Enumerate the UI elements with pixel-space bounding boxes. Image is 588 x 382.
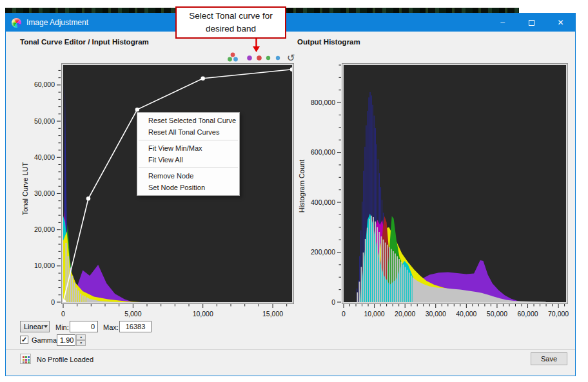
menu-item[interactable]: Fit View All — [137, 154, 239, 166]
callout: Select Tonal curve for desired band — [175, 6, 286, 39]
window-title: Image Adjustment — [26, 18, 88, 27]
curve-node[interactable] — [201, 77, 204, 81]
y-tick-label: 0 — [331, 298, 335, 306]
band-dot-icon[interactable] — [247, 55, 252, 61]
min-label: Min: — [55, 323, 69, 331]
app-icon — [12, 18, 21, 28]
x-tick-label: 70,000 — [548, 310, 569, 318]
maximize-button[interactable] — [517, 14, 546, 32]
close-button[interactable]: ✕ — [546, 14, 575, 32]
x-tick-label: 10,000 — [364, 310, 385, 318]
interpolation-value: Linear — [24, 323, 44, 330]
output-chart-ylabel: Histogram Count — [298, 160, 306, 213]
y-tick-label: 0 — [51, 298, 55, 306]
x-tick-label: 5,000 — [124, 310, 141, 318]
interpolation-dropdown[interactable]: Linear — [20, 321, 50, 332]
y-tick-label: 20,000 — [34, 225, 55, 233]
screen: Image Adjustment – ✕ Tonal Curve Editor … — [0, 0, 588, 382]
gamma-checkbox[interactable]: ✓ — [20, 336, 28, 344]
output-panel-title: Output Histogram — [297, 38, 360, 46]
all-bands-icon[interactable] — [231, 53, 235, 57]
save-button[interactable]: Save — [531, 352, 567, 365]
min-input[interactable]: 0 — [70, 321, 98, 332]
y-tick-label: 200,000 — [311, 248, 335, 256]
x-tick-label: 50,000 — [487, 310, 507, 318]
y-tick-label: 10,000 — [34, 262, 55, 269]
status-message: No Profile Loaded — [37, 356, 93, 363]
chevron-down-icon — [44, 325, 48, 328]
all-bands-icon[interactable] — [228, 57, 232, 62]
band-dot-icon[interactable] — [266, 56, 270, 60]
profile-grid-icon[interactable] — [20, 354, 31, 364]
menu-separator — [139, 140, 238, 140]
x-tick-label: 30,000 — [426, 310, 446, 318]
y-tick-label: 600,000 — [311, 148, 335, 156]
minimize-button[interactable]: – — [488, 14, 517, 32]
x-tick-label: 0 — [61, 310, 65, 318]
gamma-value[interactable]: 1.90 — [57, 334, 75, 346]
x-tick-label: 20,000 — [395, 310, 415, 318]
statusbar-separator — [6, 349, 575, 350]
input-panel-title: Tonal Curve Editor / Input Histogram — [20, 38, 149, 46]
band-dot-icon[interactable] — [276, 56, 280, 60]
x-tick-label: 0 — [342, 310, 346, 318]
y-tick-label: 800,000 — [311, 99, 335, 106]
y-tick-label: 400,000 — [311, 198, 335, 206]
menu-item[interactable]: Set Node Position — [137, 182, 239, 193]
x-tick-label: 15,000 — [262, 310, 283, 318]
curve-node[interactable] — [135, 108, 139, 111]
menu-item[interactable]: Fit View Min/Max — [137, 142, 239, 154]
image-adjustment-dialog: Image Adjustment – ✕ Tonal Curve Editor … — [5, 13, 576, 376]
menu-item[interactable]: Reset All Tonal Curves — [137, 126, 239, 138]
menu-item[interactable]: Reset Selected Tonal Curve — [137, 115, 239, 126]
input-chart-ylabel: Tonal Curve LUT — [21, 162, 29, 216]
context-menu: Reset Selected Tonal CurveReset All Tona… — [137, 112, 240, 196]
callout-arrow-icon — [251, 39, 262, 53]
all-bands-icon[interactable] — [233, 57, 238, 62]
menu-separator — [139, 167, 238, 168]
x-tick-label: 10,000 — [193, 310, 213, 318]
titlebar[interactable]: Image Adjustment – ✕ — [6, 14, 575, 32]
spin-down-icon[interactable]: ▼ — [76, 340, 86, 346]
max-label: Max: — [103, 323, 119, 331]
x-tick-label: 60,000 — [517, 310, 538, 318]
gamma-spinner: 1.90 ▲ ▼ — [57, 334, 86, 346]
y-tick-label: 60,000 — [34, 81, 55, 88]
menu-item[interactable]: Remove Node — [137, 170, 239, 182]
gamma-label: Gamma: — [32, 336, 59, 344]
x-tick-label: 40,000 — [456, 310, 476, 318]
spin-up-icon[interactable]: ▲ — [76, 334, 86, 340]
output-histogram-chart: 010,00020,00030,00040,00050,00060,00070,… — [294, 62, 574, 320]
band-dot-icon[interactable] — [257, 55, 262, 61]
maximize-icon — [529, 20, 534, 26]
window-controls: – ✕ — [488, 14, 575, 32]
y-tick-label: 50,000 — [34, 117, 55, 125]
curve-node[interactable] — [86, 196, 90, 200]
max-input[interactable]: 16383 — [119, 321, 152, 332]
y-tick-label: 30,000 — [34, 189, 55, 197]
y-tick-label: 40,000 — [34, 153, 55, 161]
